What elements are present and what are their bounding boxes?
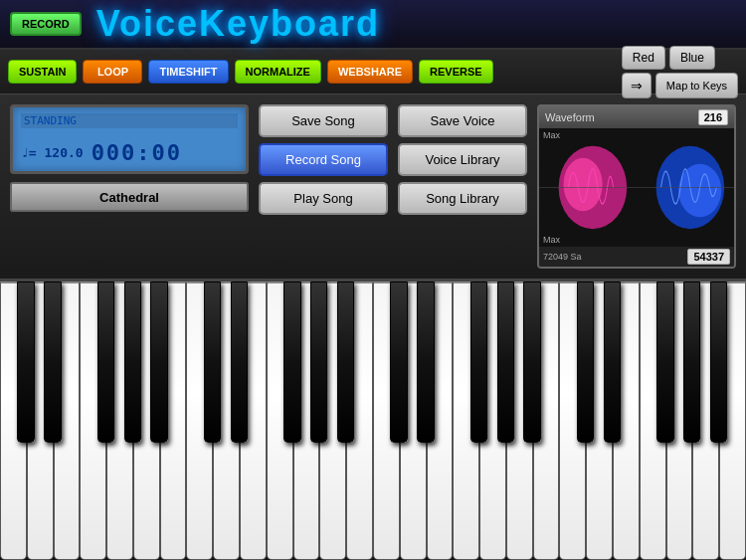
waveform-label: Waveform	[545, 111, 595, 123]
waveform-header: Waveform 216	[539, 106, 734, 128]
song-buttons: Save Song Record Song Play Song	[259, 104, 388, 269]
red-button[interactable]: Red	[622, 46, 665, 70]
arrow-button[interactable]: ⇒	[622, 73, 652, 98]
lcd-status-text: STANDING	[21, 113, 238, 128]
play-song-button[interactable]: Play Song	[259, 182, 388, 215]
sample-value: 54337	[687, 249, 730, 265]
black-key-8[interactable]	[231, 281, 248, 443]
save-song-button[interactable]: Save Song	[259, 104, 388, 137]
black-key-26[interactable]	[710, 281, 727, 443]
color-map-group: Red Blue ⇒ Map to Keys	[622, 46, 738, 98]
black-key-0[interactable]	[17, 281, 34, 443]
blue-button[interactable]: Blue	[669, 46, 715, 70]
song-library-button[interactable]: Song Library	[398, 182, 527, 215]
keyboard-section	[0, 279, 746, 560]
lcd-section: STANDING ♩= 120.0 000:00 Cathedral	[10, 104, 249, 269]
black-key-4[interactable]	[124, 281, 141, 443]
black-key-18[interactable]	[497, 281, 514, 443]
black-key-7[interactable]	[204, 281, 221, 443]
sample-count: 72049 Sa	[543, 252, 582, 262]
preset-selector[interactable]: Cathedral	[10, 182, 249, 212]
black-key-19[interactable]	[523, 281, 540, 443]
normalize-button[interactable]: NORMALIZE	[235, 60, 321, 84]
main-area: STANDING ♩= 120.0 000:00 Cathedral Save …	[0, 94, 746, 279]
waveform-svg	[539, 128, 734, 247]
loop-button[interactable]: LOOP	[83, 60, 142, 84]
webshare-button[interactable]: WEBSHARE	[327, 60, 413, 84]
black-key-24[interactable]	[656, 281, 673, 443]
black-key-17[interactable]	[470, 281, 487, 443]
timeshift-button[interactable]: TIMESHIFT	[148, 60, 228, 84]
black-key-22[interactable]	[604, 281, 621, 443]
black-key-3[interactable]	[97, 281, 114, 443]
waveform-panel: Waveform 216 Max	[537, 104, 736, 269]
black-key-1[interactable]	[44, 281, 61, 443]
app-title: VoiceKeyboard	[96, 3, 380, 45]
sustain-button[interactable]: SUSTAIN	[8, 60, 77, 84]
record-song-button[interactable]: Record Song	[259, 143, 388, 176]
black-key-10[interactable]	[283, 281, 300, 443]
black-key-5[interactable]	[150, 281, 167, 443]
black-key-14[interactable]	[390, 281, 407, 443]
waveform-count: 216	[698, 109, 728, 125]
voice-library-button[interactable]: Voice Library	[398, 143, 527, 176]
map-to-keys-button[interactable]: Map to Keys	[655, 73, 738, 98]
reverse-button[interactable]: REVERSE	[419, 60, 493, 84]
header-record-button[interactable]: RECORD	[10, 12, 82, 36]
preset-name: Cathedral	[99, 190, 159, 205]
waveform-max-bottom-label: Max	[543, 235, 560, 245]
waveform-area: Max Max	[539, 128, 734, 247]
lcd-display: STANDING ♩= 120.0 000:00	[10, 104, 249, 174]
black-key-25[interactable]	[683, 281, 700, 443]
black-key-21[interactable]	[577, 281, 594, 443]
black-key-15[interactable]	[417, 281, 434, 443]
app-header: RECORD VoiceKeyboard	[0, 0, 746, 50]
black-key-12[interactable]	[337, 281, 354, 443]
controls-bar: SUSTAIN LOOP TIMESHIFT NORMALIZE WEBSHAR…	[0, 50, 746, 94]
bpm-display: ♩= 120.0	[21, 145, 84, 160]
voice-buttons: Save Voice Voice Library Song Library	[398, 104, 527, 269]
black-key-11[interactable]	[310, 281, 327, 443]
waveform-footer: 72049 Sa 54337	[539, 247, 734, 267]
svg-point-3	[678, 164, 721, 218]
save-voice-button[interactable]: Save Voice	[398, 104, 527, 137]
time-display: 000:00	[92, 140, 182, 165]
